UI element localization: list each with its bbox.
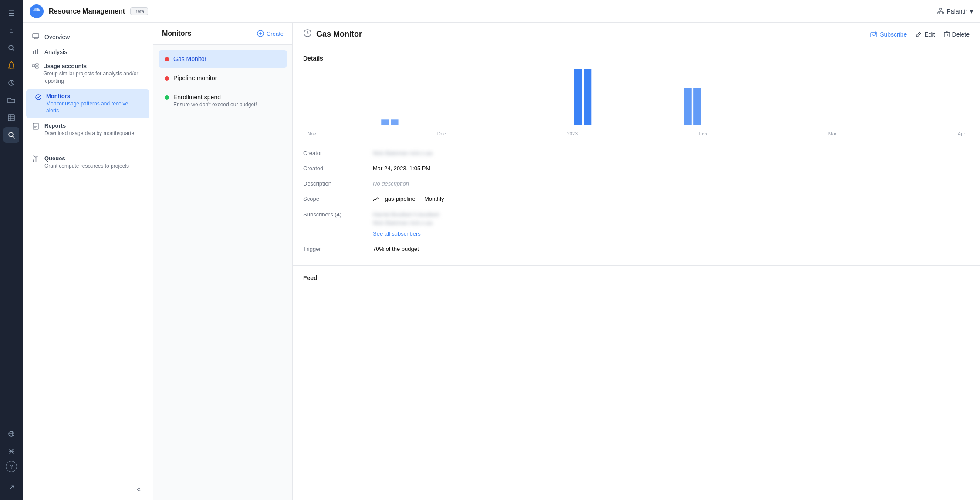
- creator-blurred: Nick Bateman nick.n.aa: [373, 150, 433, 156]
- svg-rect-53: [381, 119, 389, 125]
- edit-label: Edit: [924, 31, 935, 38]
- scope-label: Scope: [303, 191, 373, 207]
- search-icon[interactable]: [3, 40, 19, 56]
- sidebar: Overview Analysis: [23, 23, 153, 500]
- active-search-icon[interactable]: [3, 127, 19, 143]
- monitors-subtitle: Monitor usage patterns and receive alert…: [46, 100, 141, 115]
- gas-monitor-status-dot: [165, 57, 169, 61]
- sidebar-item-usage-accounts[interactable]: Usage accounts Group similar projects fo…: [23, 59, 153, 88]
- create-label: Create: [267, 30, 284, 37]
- subscriber-2: Nick Bateman nick.n.aa: [373, 220, 970, 226]
- subscriber-1: Harriet Boulbert h.boulbert: [373, 211, 970, 218]
- app-logo: [30, 4, 44, 18]
- subscriber-2-blurred: Nick Bateman nick.n.aa: [373, 220, 433, 226]
- chart-label-dec: Dec: [437, 131, 446, 136]
- sidebar-item-overview[interactable]: Overview: [23, 30, 153, 44]
- folder-icon[interactable]: [3, 92, 19, 108]
- svg-rect-17: [940, 8, 942, 10]
- reports-title: Reports: [44, 122, 136, 129]
- overview-label: Overview: [44, 34, 70, 41]
- create-icon: [257, 30, 264, 37]
- created-value: Mar 24, 2023, 1:05 PM: [373, 161, 970, 176]
- subscribe-button[interactable]: Subscribe: [870, 31, 907, 38]
- org-icon: [937, 8, 944, 15]
- svg-rect-54: [391, 119, 398, 125]
- sidebar-item-analysis[interactable]: Analysis: [23, 44, 153, 59]
- reports-subtitle: Download usage data by month/quarter: [44, 130, 136, 137]
- usage-accounts-icon: [31, 63, 39, 71]
- monitor-item-enrollment[interactable]: Enrollment spend Ensure we don't exceed …: [159, 88, 287, 113]
- creator-label: Creator: [303, 145, 373, 161]
- menu-icon[interactable]: ☰: [3, 5, 19, 21]
- history-icon[interactable]: [3, 75, 19, 91]
- svg-rect-33: [36, 67, 38, 68]
- enrollment-monitor-subtitle: Ensure we don't exceed our budget!: [173, 101, 257, 108]
- svg-rect-28: [33, 51, 34, 54]
- notification-icon[interactable]: [3, 57, 19, 73]
- queues-icon: [31, 155, 40, 164]
- see-all-subscribers-link[interactable]: See all subscribers: [373, 230, 970, 237]
- detail-title-icon: [303, 29, 312, 40]
- scope-icon: [373, 196, 382, 202]
- description-value: No description: [373, 176, 970, 191]
- svg-line-59: [378, 198, 378, 199]
- monitors-panel-title: Monitors: [162, 30, 192, 37]
- svg-rect-29: [35, 50, 36, 54]
- org-selector[interactable]: Palantir ▾: [937, 8, 973, 15]
- monitor-item-gas[interactable]: Gas Monitor: [159, 50, 287, 68]
- svg-line-9: [13, 136, 14, 138]
- svg-rect-56: [584, 69, 591, 125]
- org-name: Palantir: [947, 8, 967, 15]
- globe-icon[interactable]: [3, 426, 19, 442]
- table-icon[interactable]: [3, 110, 19, 125]
- svg-rect-30: [37, 49, 38, 54]
- monitors-panel: Monitors Create Gas Monitor: [153, 23, 293, 500]
- org-chevron-icon: ▾: [970, 8, 973, 15]
- svg-rect-24: [33, 34, 39, 38]
- sidebar-item-reports[interactable]: Reports Download usage data by month/qua…: [23, 119, 153, 141]
- delete-label: Delete: [952, 31, 970, 38]
- create-monitor-button[interactable]: Create: [257, 30, 284, 37]
- svg-rect-19: [942, 12, 944, 14]
- queues-title: Queues: [44, 155, 129, 162]
- svg-line-34: [35, 64, 36, 66]
- delete-button[interactable]: Delete: [944, 31, 970, 38]
- monitors-title: Monitors: [46, 93, 141, 99]
- svg-point-2: [11, 61, 12, 62]
- subscribers-label: Subscribers (4): [303, 207, 373, 241]
- overview-icon: [31, 33, 40, 41]
- monitors-icon: [35, 94, 42, 102]
- creator-value: Nick Bateman nick.n.aa: [373, 145, 970, 161]
- queues-subtitle: Grant compute resources to projects: [44, 162, 129, 170]
- edit-button[interactable]: Edit: [916, 31, 935, 38]
- collapse-button[interactable]: «: [133, 483, 144, 495]
- scope-text: gas-pipeline — Monthly: [385, 196, 444, 202]
- reports-icon: [31, 123, 40, 132]
- svg-rect-32: [36, 64, 38, 65]
- chart-label-mar: Mar: [828, 131, 837, 136]
- detail-table: Creator Nick Bateman nick.n.aa Created M…: [303, 145, 970, 257]
- scope-value: gas-pipeline — Monthly: [373, 191, 970, 207]
- nav-divider: [31, 146, 144, 146]
- sidebar-item-monitors[interactable]: Monitors Monitor usage patterns and rece…: [26, 89, 149, 118]
- monitor-item-pipeline[interactable]: Pipeline monitor: [159, 69, 287, 87]
- feed-heading: Feed: [303, 274, 970, 281]
- detail-title: Gas Monitor: [316, 30, 362, 39]
- sidebar-item-queues[interactable]: Queues Grant compute resources to projec…: [23, 152, 153, 173]
- tools-icon[interactable]: [3, 443, 19, 459]
- svg-rect-18: [938, 12, 939, 14]
- home-icon[interactable]: ⌂: [3, 23, 19, 38]
- subscriber-1-blurred: Harriet Boulbert h.boulbert: [373, 211, 439, 218]
- chart-label-nov: Nov: [308, 131, 316, 136]
- gas-monitor-title: Gas Monitor: [173, 55, 206, 62]
- expand-icon[interactable]: ↗: [3, 479, 19, 495]
- subscribers-list: Harriet Boulbert h.boulbert Nick Bateman…: [373, 211, 970, 237]
- help-icon[interactable]: ?: [6, 461, 17, 472]
- enrollment-monitor-status-dot: [165, 95, 169, 100]
- detail-header: Gas Monitor Subscribe: [293, 23, 980, 46]
- description-label: Description: [303, 176, 373, 191]
- analysis-label: Analysis: [44, 48, 67, 55]
- top-header: Resource Management Beta Palantir ▾: [23, 0, 980, 23]
- monitors-panel-header: Monitors Create: [153, 23, 292, 45]
- edit-icon: [916, 31, 922, 37]
